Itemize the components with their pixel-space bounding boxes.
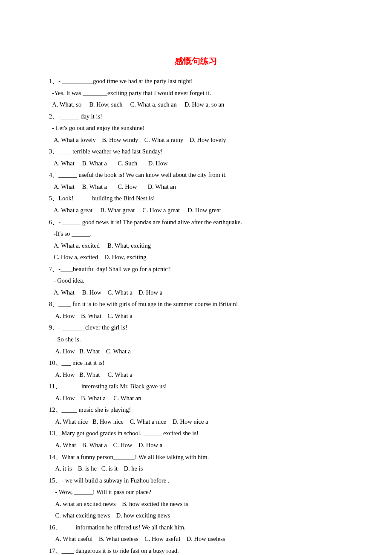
question-item: 10、___ nice hat it is! A. How B. What C.…: [49, 357, 343, 381]
question-line: A. What B. What a C. How D. What an: [49, 181, 343, 193]
question-item: 5、Look! _____ building the Bird Nest is!…: [49, 193, 343, 216]
question-line: A. what an excited news B. how excited t…: [49, 498, 343, 510]
question-line: A. How B. What C. What a: [49, 369, 343, 381]
question-line: - So she is.: [49, 334, 343, 346]
question-item: 7、-____beautiful day! Shall we go for a …: [49, 263, 343, 299]
page-title: 感慨句练习: [49, 55, 343, 67]
question-item: 13、Mary got good grades in school. _____…: [49, 428, 343, 451]
question-item: 12、_____ music she is playing! A. What n…: [49, 404, 343, 428]
question-line: A. What nice B. How nice C. What a nice …: [49, 416, 343, 428]
question-item: 15、- we will build a subway in Fuzhou be…: [49, 475, 343, 522]
question-stem: 16、____ information he offered us! We al…: [49, 522, 343, 534]
question-line: - Wow, ______! Will it pass our place?: [49, 486, 343, 498]
questions-container: 1、- __________good time we had at the pa…: [49, 75, 343, 555]
question-item: 1、- __________good time we had at the pa…: [49, 75, 343, 111]
question-stem: 11、______ interesting talk Mr. Black gav…: [49, 381, 343, 393]
question-item: 3、____ terrible weather we had last Sund…: [49, 146, 343, 169]
question-line: A. What a great B. What great C. How a g…: [49, 205, 343, 217]
question-stem: 3、____ terrible weather we had last Sund…: [49, 146, 343, 158]
question-item: 17、____ dangerous it is to ride fast on …: [49, 545, 343, 555]
question-stem: 4、______ useful the book is! We can know…: [49, 169, 343, 181]
question-stem: 7、-____beautiful day! Shall we go for a …: [49, 263, 343, 275]
question-line: A. How B. What a C. What an: [49, 393, 343, 405]
question-item: 11、______ interesting talk Mr. Black gav…: [49, 381, 343, 404]
question-line: A. What B. How C. What a D. How a: [49, 287, 343, 299]
question-stem: 12、_____ music she is playing!: [49, 404, 343, 416]
question-item: 14、What a funny person_______! We all li…: [49, 451, 343, 475]
question-stem: 9、- _______ clever the girl is!: [49, 322, 343, 334]
question-line: A. What useful B. What useless C. How us…: [49, 533, 343, 545]
question-stem: 6、- ______ good news it is! The pandas a…: [49, 217, 343, 228]
question-line: A. How B. What C. What a: [49, 346, 343, 358]
question-line: A. How B. What C. What a: [49, 310, 343, 322]
question-item: 16、____ information he offered us! We al…: [49, 522, 343, 545]
question-stem: 1、- __________good time we had at the pa…: [49, 75, 343, 87]
question-line: A. it is B. is he C. is it D. he is: [49, 463, 343, 475]
question-item: 2、-______ day it is! - Let's go out and …: [49, 111, 343, 146]
question-stem: 10、___ nice hat it is!: [49, 357, 343, 369]
question-stem: 2、-______ day it is!: [49, 111, 343, 123]
question-line: A. What a, excited B. What, exciting: [49, 240, 343, 252]
question-stem: 13、Mary got good grades in school. _____…: [49, 428, 343, 439]
question-stem: 17、____ dangerous it is to ride fast on …: [49, 545, 343, 555]
question-line: - Let's go out and enjoy the sunshine!: [49, 122, 343, 134]
question-line: -Yes. It was ________exciting party that…: [49, 87, 343, 99]
question-item: 9、- _______ clever the girl is! - So she…: [49, 322, 343, 357]
question-stem: 5、Look! _____ building the Bird Nest is!: [49, 193, 343, 205]
question-stem: 14、What a funny person_______! We all li…: [49, 451, 343, 463]
document-page: 感慨句练习 1、- __________good time we had at …: [0, 0, 392, 555]
question-line: - Good idea.: [49, 275, 343, 287]
question-line: C. How a, excited D. How, exciting: [49, 251, 343, 263]
question-item: 6、- ______ good news it is! The pandas a…: [49, 217, 343, 263]
question-stem: 15、- we will build a subway in Fuzhou be…: [49, 475, 343, 487]
question-line: A. What, so B. How, such C. What a, such…: [49, 99, 343, 111]
question-stem: 8、____ fun it is to be with girls of mu …: [49, 298, 343, 310]
question-item: 4、______ useful the book is! We can know…: [49, 169, 343, 193]
question-item: 8、____ fun it is to be with girls of mu …: [49, 298, 343, 322]
question-line: -It's so ______.: [49, 228, 343, 240]
question-line: C. what exciting news D. how exciting ne…: [49, 510, 343, 522]
question-line: A. What a lovely B. How windy C. What a …: [49, 134, 343, 146]
question-line: A. What B. What a C. How D. How a: [49, 439, 343, 451]
question-line: A. What B. What a C. Such D. How: [49, 158, 343, 170]
